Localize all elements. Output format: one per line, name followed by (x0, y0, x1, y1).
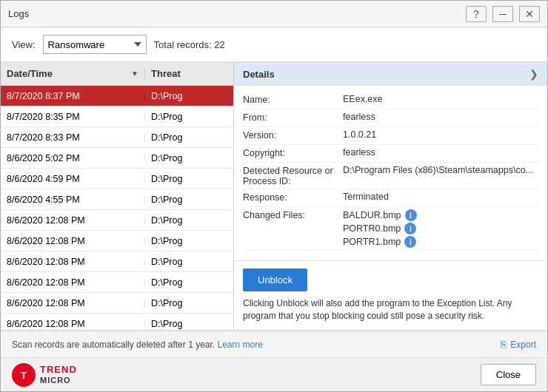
cell-datetime: 8/6/2020 12:08 PM (1, 319, 145, 329)
table-row[interactable]: 8/6/2020 12:08 PM D:\Prog (1, 314, 233, 330)
trend-circle-icon: T (12, 363, 36, 387)
cell-datetime: 8/6/2020 12:08 PM (1, 236, 145, 246)
trend-word2: MICRO (40, 376, 77, 385)
detail-label: Name: (243, 94, 343, 105)
export-icon: ⎘ (501, 339, 507, 350)
detail-label: Copyright: (243, 147, 343, 158)
changed-file-name: BALDUR.bmp (343, 210, 401, 220)
cell-datetime: 8/7/2020 8:35 PM (1, 112, 145, 122)
close-button[interactable]: ✕ (519, 6, 540, 22)
cell-threat: D:\Prog (145, 319, 233, 329)
detail-label: Detected Resource orProcess ID: (243, 165, 343, 186)
footer-bar: Scan records are automatically deleted a… (1, 331, 547, 357)
table-row[interactable]: 8/6/2020 12:08 PM D:\Prog (1, 210, 233, 231)
detail-value: 1.0.0.21 (343, 129, 538, 140)
changed-files-value: BALDUR.bmpiPORTR0.bmpiPORTR1.bmpi (343, 209, 538, 248)
header-threat: Threat (145, 68, 187, 79)
detail-value: Terminated (343, 192, 538, 202)
detail-row: From: fearless (243, 109, 538, 127)
cell-threat: D:\Prog (145, 215, 233, 226)
detail-row: Name: EEex.exe (243, 92, 538, 109)
export-link[interactable]: Export (510, 339, 536, 350)
unblock-section: Unblock Clicking Unblock will also add t… (234, 260, 547, 330)
detail-row: Version: 1.0.0.21 (243, 127, 538, 145)
cell-threat: D:\Prog (145, 298, 233, 308)
changed-file-item: BALDUR.bmpi (343, 209, 538, 221)
cell-datetime: 8/6/2020 12:08 PM (1, 298, 145, 308)
trend-word1: TREND (40, 365, 77, 375)
cell-datetime: 8/6/2020 4:55 PM (1, 195, 145, 205)
info-icon[interactable]: i (404, 223, 416, 234)
info-icon[interactable]: i (405, 209, 417, 221)
main-content: Date/Time ▼ Threat 8/7/2020 8:37 PM D:\P… (1, 62, 547, 331)
main-window: Logs ? ─ ✕ View: Ransomware Total record… (0, 0, 548, 392)
learn-more-link[interactable]: Learn more (218, 339, 263, 350)
detail-value: fearless (343, 112, 538, 122)
cell-threat: D:\Prog (145, 91, 233, 101)
cell-datetime: 8/6/2020 12:08 PM (1, 277, 145, 288)
cell-threat: D:\Prog (145, 195, 233, 205)
view-label: View: (12, 39, 36, 50)
details-body: Name: EEex.exe From: fearless Version: 1… (234, 86, 547, 260)
cell-threat: D:\Prog (145, 112, 233, 122)
cell-threat: D:\Prog (145, 257, 233, 267)
info-icon[interactable]: i (404, 236, 416, 248)
details-expand-icon: ❯ (529, 68, 538, 80)
table-row[interactable]: 8/6/2020 4:55 PM D:\Prog (1, 189, 233, 210)
table-row[interactable]: 8/6/2020 5:02 PM D:\Prog (1, 148, 233, 169)
detail-row-changed-files: Changed Files:BALDUR.bmpiPORTR0.bmpiPORT… (243, 207, 538, 251)
detail-label: Response: (243, 192, 343, 203)
changed-file-item: PORTR0.bmpi (343, 223, 538, 234)
unblock-button[interactable]: Unblock (243, 268, 307, 291)
question-icon: ? (473, 8, 479, 20)
detail-label: Version: (243, 129, 343, 141)
table-row[interactable]: 8/6/2020 12:08 PM D:\Prog (1, 293, 233, 314)
cell-datetime: 8/6/2020 12:08 PM (1, 257, 145, 267)
svg-text:T: T (21, 370, 27, 381)
cell-threat: D:\Prog (145, 236, 233, 246)
table-body: 8/7/2020 8:37 PM D:\Prog 8/7/2020 8:35 P… (1, 86, 233, 330)
table-row[interactable]: 8/7/2020 8:37 PM D:\Prog (1, 86, 233, 107)
minimize-icon: ─ (499, 8, 507, 20)
detail-value: D:\Program Files (x86)\Steam\steamapps\c… (343, 165, 538, 175)
detail-row: Response: Terminated (243, 189, 538, 207)
toolbar: View: Ransomware Total records: 22 (1, 27, 547, 62)
titlebar-controls: ? ─ ✕ (466, 6, 540, 22)
titlebar: Logs ? ─ ✕ (1, 1, 547, 27)
changed-files-label: Changed Files: (243, 209, 343, 220)
sort-arrow-icon: ▼ (131, 70, 138, 78)
changed-file-name: PORTR0.bmp (343, 223, 401, 234)
cell-datetime: 8/6/2020 12:08 PM (1, 215, 145, 226)
window-title: Logs (8, 8, 466, 19)
cell-datetime: 8/6/2020 4:59 PM (1, 174, 145, 184)
detail-value: EEex.exe (343, 94, 538, 104)
bottom-bar: T TREND MICRO Close (1, 357, 547, 391)
detail-value: fearless (343, 147, 538, 158)
table-row[interactable]: 8/6/2020 12:08 PM D:\Prog (1, 231, 233, 251)
table-row[interactable]: 8/7/2020 8:33 PM D:\Prog (1, 127, 233, 148)
unblock-description: Clicking Unblock will also add the progr… (243, 297, 538, 322)
cell-threat: D:\Prog (145, 174, 233, 184)
table-row[interactable]: 8/7/2020 8:35 PM D:\Prog (1, 107, 233, 127)
cell-threat: D:\Prog (145, 277, 233, 288)
cell-datetime: 8/7/2020 8:37 PM (1, 91, 145, 101)
table-header: Date/Time ▼ Threat (1, 62, 233, 86)
cell-datetime: 8/7/2020 8:33 PM (1, 132, 145, 143)
table-row[interactable]: 8/6/2020 12:08 PM D:\Prog (1, 251, 233, 272)
minimize-button[interactable]: ─ (492, 6, 513, 22)
close-bottom-button[interactable]: Close (481, 364, 536, 385)
table-row[interactable]: 8/6/2020 12:08 PM D:\Prog (1, 272, 233, 293)
footer-text: Scan records are automatically deleted a… (12, 339, 501, 350)
help-button[interactable]: ? (466, 6, 487, 22)
details-title: Details (243, 69, 275, 80)
changed-file-item: PORTR1.bmpi (343, 236, 538, 248)
details-header: Details ❯ (234, 62, 547, 86)
detail-label: From: (243, 112, 343, 123)
details-panel: Details ❯ Name: EEex.exe From: fearless … (234, 62, 547, 330)
table-row[interactable]: 8/6/2020 4:59 PM D:\Prog (1, 169, 233, 189)
cell-threat: D:\Prog (145, 153, 233, 163)
header-datetime: Date/Time ▼ (1, 68, 145, 79)
close-icon: ✕ (525, 8, 534, 20)
view-select[interactable]: Ransomware (43, 35, 147, 54)
trend-text: TREND MICRO (40, 365, 77, 384)
